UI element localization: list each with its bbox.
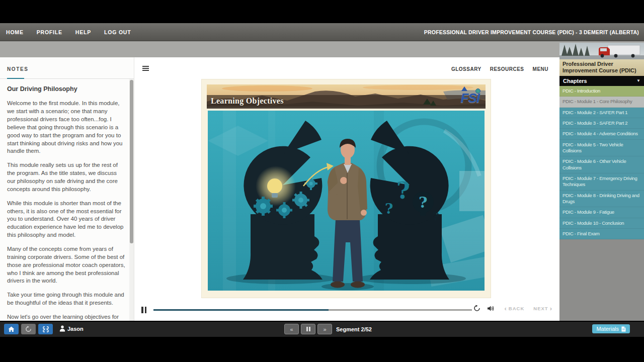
bottom-letterbox <box>0 337 644 362</box>
nav-help[interactable]: HELP <box>75 29 91 35</box>
chapter-item[interactable]: PDIC - Module 7 - Emergency Driving Tech… <box>559 173 644 191</box>
top-letterbox <box>0 0 644 23</box>
chapter-item[interactable]: PDIC - Module 8 - Drinking Driving and D… <box>559 191 644 208</box>
main-stage: GLOSSARY RESOURCES MENU <box>134 57 559 321</box>
chapter-item[interactable]: PDIC - Final Exam <box>559 229 644 239</box>
chapter-list: PDIC - IntroductionPDIC - Module 1 - Cor… <box>559 86 644 240</box>
player-right-controls: ‹ BACK NEXT › <box>473 305 552 312</box>
svg-text:?: ? <box>419 194 428 211</box>
notes-panel: NOTES Our Driving Philosophy Welcome to … <box>0 57 134 321</box>
chapter-item[interactable]: PDIC - Module 5 - Two Vehicle Collisions <box>559 140 644 157</box>
notes-paragraph: Welcome to the first module. In this mod… <box>7 100 126 155</box>
svg-text:?: ? <box>433 210 439 223</box>
refresh-button[interactable] <box>21 324 36 334</box>
chevron-down-icon: ▼ <box>636 78 640 83</box>
notes-heading: Our Driving Philosophy <box>7 85 126 94</box>
segment-next-button[interactable]: » <box>317 324 332 334</box>
nav-logout[interactable]: LOG OUT <box>104 29 131 35</box>
notes-tabbar: NOTES <box>0 57 134 79</box>
user-chip: Jason <box>59 325 84 332</box>
course-title-banner: PROFESSIONAL DRIVER IMPROVEMENT COURSE (… <box>424 29 639 35</box>
tab-notes[interactable]: NOTES <box>7 66 28 72</box>
glossary-link[interactable]: GLOSSARY <box>451 66 481 72</box>
replay-icon[interactable] <box>473 305 480 312</box>
header-gray-band <box>0 41 644 57</box>
chapter-item[interactable]: PDIC - Module 9 - Fatigue <box>559 207 644 218</box>
resources-link[interactable]: RESOURCES <box>490 66 524 72</box>
notes-paragraph: Many of the concepts come from years of … <box>7 245 126 285</box>
notes-paragraph: This module really sets us up for the re… <box>7 161 126 193</box>
chapter-item[interactable]: PDIC - Introduction <box>559 86 644 97</box>
chapters-dropdown[interactable]: Chapters ▼ <box>559 76 644 86</box>
chapter-item[interactable]: PDIC - Module 1 - Core Philosophy <box>559 97 644 107</box>
segment-pause-button[interactable] <box>301 324 315 334</box>
materials-button[interactable]: Materials <box>592 324 630 333</box>
notes-scrollbar-thumb[interactable] <box>130 80 133 243</box>
top-navbar: HOME PROFILE HELP LOG OUT PROFESSIONAL D… <box>0 23 644 41</box>
next-chevron-icon: › <box>550 305 552 312</box>
chapters-label: Chapters <box>563 78 587 84</box>
stage-links: GLOSSARY RESOURCES MENU <box>451 66 548 72</box>
nav-profile[interactable]: PROFILE <box>37 29 62 35</box>
user-icon <box>59 325 65 332</box>
notes-scrollbar[interactable] <box>129 79 134 321</box>
slide-banner: Learning Objectives FSI <box>207 84 486 109</box>
segment-counter: Segment 2/52 <box>336 326 372 332</box>
svg-text:?: ? <box>385 201 393 217</box>
hamburger-menu-icon[interactable] <box>142 66 149 72</box>
progress-fill <box>153 309 329 311</box>
volume-icon[interactable] <box>487 305 495 312</box>
fsi-logo-globe-icon <box>475 88 480 94</box>
player-pause-icon[interactable] <box>141 307 146 313</box>
notes-paragraph: Now let's go over the learning objective… <box>7 313 126 321</box>
video-slide: Learning Objectives FSI <box>202 79 491 298</box>
chapter-item[interactable]: PDIC - Module 6 - Other Vehicle Collisio… <box>559 156 644 173</box>
notes-paragraphs: Welcome to the first module. In this mod… <box>7 100 126 321</box>
player-progress-bar[interactable] <box>153 309 472 311</box>
fullscreen-button[interactable] <box>38 324 53 334</box>
chapter-item[interactable]: PDIC - Module 10 - Conclusion <box>559 218 644 229</box>
slide-illustration: ? ? ? ? <box>208 111 485 291</box>
pause-icon <box>306 327 310 331</box>
chapter-item[interactable]: PDIC - Module 2 - SAFER Part 1 <box>559 108 644 118</box>
fsi-logo: FSI <box>448 85 481 108</box>
chapter-item[interactable]: PDIC - Module 3 - SAFER Part 2 <box>559 118 644 129</box>
user-name: Jason <box>67 326 84 332</box>
screen: HOME PROFILE HELP LOG OUT PROFESSIONAL D… <box>0 0 644 362</box>
home-button[interactable] <box>4 324 19 334</box>
notes-body: Our Driving Philosophy Welcome to the fi… <box>0 79 129 321</box>
truck-header-image <box>559 43 644 59</box>
slide-title: Learning Objectives <box>211 97 284 106</box>
svg-text:?: ? <box>396 177 410 204</box>
nav-home[interactable]: HOME <box>6 29 24 35</box>
segment-prev-button[interactable]: « <box>284 324 299 334</box>
bottom-toolbar: Jason « » Segment 2/52 Materials <box>0 322 644 337</box>
next-button[interactable]: NEXT › <box>533 305 552 312</box>
notes-paragraph: While this module is shorter than most o… <box>7 200 126 239</box>
back-chevron-icon: ‹ <box>505 305 507 312</box>
notes-paragraph: Take your time going through this module… <box>7 291 126 307</box>
sidebar-course-title: Professional Driver Improvement Course (… <box>559 59 644 76</box>
back-button[interactable]: ‹ BACK <box>505 305 525 312</box>
chapter-item[interactable]: PDIC - Module 4 - Adverse Conditions <box>559 129 644 139</box>
menu-link[interactable]: MENU <box>533 66 548 72</box>
document-icon <box>621 326 626 332</box>
course-sidebar: Professional Driver Improvement Course (… <box>559 43 644 321</box>
